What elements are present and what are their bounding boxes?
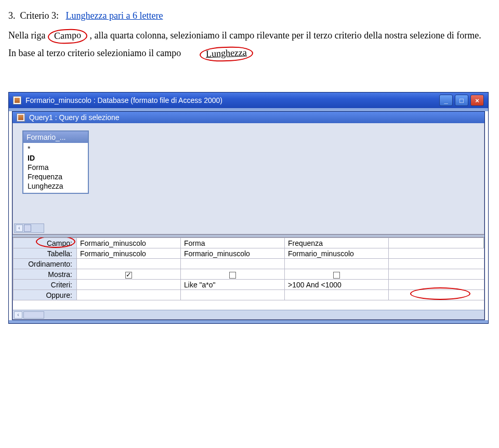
scroll-left-icon[interactable]: ‹ bbox=[16, 225, 23, 232]
criteri-cell[interactable] bbox=[77, 280, 181, 290]
query-design-upper: Formario_... * ID Forma Frequenza Lunghe… bbox=[12, 123, 484, 234]
oppure-cell[interactable] bbox=[285, 290, 389, 300]
campo-cell[interactable]: Formario_minuscolo bbox=[77, 238, 181, 248]
checkbox-icon[interactable] bbox=[125, 272, 132, 279]
checkbox-icon[interactable] bbox=[333, 272, 340, 279]
oppure-cell[interactable] bbox=[389, 290, 485, 300]
lunghezza-word: Lunghezza bbox=[206, 47, 247, 59]
para1-a: Nella riga bbox=[8, 30, 48, 41]
query-title: Query1 : Query di selezione bbox=[29, 113, 120, 122]
dropdown-arrow-icon[interactable]: ▾ bbox=[483, 238, 484, 248]
criteri-cell[interactable] bbox=[389, 280, 485, 290]
mostra-cell[interactable] bbox=[181, 269, 285, 280]
campo-word: Campo bbox=[54, 30, 82, 41]
field-list-item[interactable]: * bbox=[24, 144, 87, 153]
criterio-number: 3. Criterio 3: bbox=[8, 10, 59, 21]
tabella-cell[interactable]: Formario_minuscolo bbox=[77, 248, 181, 259]
oppure-cell[interactable] bbox=[77, 290, 181, 300]
minimize-button[interactable]: _ bbox=[439, 95, 453, 106]
scroll-thumb[interactable] bbox=[23, 311, 44, 319]
para2-a: In base al terzo criterio selezioniamo i… bbox=[8, 48, 181, 58]
scroll-thumb[interactable] bbox=[24, 225, 31, 232]
mostra-cell[interactable] bbox=[77, 269, 181, 280]
tabella-cell[interactable]: Formario_minuscolo bbox=[285, 248, 389, 259]
campo-cell-active[interactable]: ▾ Formario_minuscolo.* ID Forma Frequenz… bbox=[389, 238, 485, 248]
checkbox-icon[interactable] bbox=[229, 272, 236, 279]
row-label-criteri: Criteri: bbox=[14, 280, 77, 290]
field-list-body: * ID Forma Frequenza Lunghezza bbox=[23, 143, 88, 193]
campo-dropdown-list: Formario_minuscolo.* ID Forma Frequenza … bbox=[408, 248, 484, 248]
database-titlebar: Formario_minuscolo : Database (formato f… bbox=[9, 93, 488, 108]
row-label-tabella: Tabella: bbox=[14, 248, 77, 259]
scroll-left-icon[interactable]: ‹ bbox=[14, 311, 22, 319]
field-list-item[interactable]: Frequenza bbox=[24, 172, 87, 181]
criteri-cell[interactable]: >100 And <1000 bbox=[285, 280, 389, 290]
row-label-mostra: Mostra: bbox=[14, 269, 77, 280]
field-list-header: Formario_... bbox=[23, 131, 88, 143]
criterio-title: Lunghezza pari a 6 lettere bbox=[66, 10, 163, 21]
oppure-cell[interactable] bbox=[181, 290, 285, 300]
tabella-cell[interactable] bbox=[389, 248, 485, 259]
query-titlebar: Query1 : Query di selezione bbox=[12, 112, 484, 123]
para1-b: , alla quarta colonna, selezioniamo il c… bbox=[89, 30, 481, 41]
mostra-cell[interactable] bbox=[389, 269, 485, 280]
ordinamento-cell[interactable] bbox=[389, 259, 485, 269]
row-label-oppure: Oppure: bbox=[14, 290, 77, 300]
database-title: Formario_minuscolo : Database (formato f… bbox=[25, 96, 222, 104]
criteri-cell[interactable]: Like "a*o" bbox=[181, 280, 285, 290]
grid-scrollbar[interactable]: ‹ bbox=[13, 310, 484, 319]
circled-campo: Campo bbox=[48, 29, 88, 44]
field-list-item[interactable]: Lunghezza bbox=[24, 181, 87, 191]
ordinamento-cell[interactable] bbox=[285, 259, 389, 269]
row-label-campo: Campo: bbox=[14, 238, 77, 248]
qbe-grid-wrap: Campo: Formario_minuscolo Forma Frequenz… bbox=[12, 238, 484, 320]
field-list-item[interactable]: Forma bbox=[24, 163, 87, 172]
query-icon bbox=[17, 113, 25, 122]
mostra-cell[interactable] bbox=[285, 269, 389, 280]
row-label-ordinamento: Ordinamento: bbox=[14, 259, 77, 269]
campo-cell[interactable]: Frequenza bbox=[285, 238, 389, 248]
close-button[interactable]: × bbox=[470, 95, 484, 106]
tabella-cell[interactable]: Formario_minuscolo bbox=[181, 248, 285, 259]
field-list-item[interactable]: ID bbox=[24, 153, 87, 163]
database-window: Formario_minuscolo : Database (formato f… bbox=[8, 92, 489, 324]
qbe-grid: Campo: Formario_minuscolo Forma Frequenz… bbox=[13, 238, 484, 300]
document-text: 3. Criterio 3: Lunghezza pari a 6 letter… bbox=[8, 9, 491, 61]
circled-lunghezza: Lunghezza bbox=[200, 46, 254, 62]
campo-cell[interactable]: Forma bbox=[181, 238, 285, 248]
maximize-button[interactable]: □ bbox=[455, 95, 468, 106]
field-list[interactable]: Formario_... * ID Forma Frequenza Lunghe… bbox=[22, 130, 89, 194]
ordinamento-cell[interactable] bbox=[77, 259, 181, 269]
database-icon bbox=[13, 96, 21, 104]
ordinamento-cell[interactable] bbox=[181, 259, 285, 269]
scrollbar-stub[interactable]: ‹ bbox=[14, 223, 44, 233]
query-window: Query1 : Query di selezione Formario_...… bbox=[12, 111, 485, 320]
access-screenshot: Formario_minuscolo : Database (formato f… bbox=[8, 92, 489, 324]
